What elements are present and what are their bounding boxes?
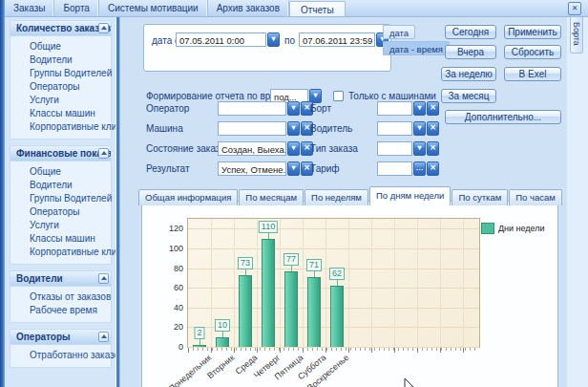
bar-chart-plot: 0204060801001202Понедельник10Вторник73Ср… <box>187 218 480 348</box>
report-tab[interactable]: Общая информация <box>138 189 238 205</box>
filter-combo-0-field[interactable] <box>218 101 286 116</box>
button-today[interactable]: Сегодня <box>445 25 496 39</box>
filter-combo-0[interactable]: ▾✕ <box>218 101 313 116</box>
chart-bar[interactable] <box>330 286 344 347</box>
sidebar-item[interactable]: Общие <box>10 40 111 54</box>
sidebar-group-header[interactable]: Операторы <box>10 330 111 345</box>
filter-combo-3-field[interactable] <box>377 121 412 136</box>
button-yesterday[interactable]: Вчера <box>445 45 496 59</box>
date-mode-tab-datetime[interactable]: дата - время <box>383 41 450 55</box>
sidebar-group-header[interactable]: Финансовые показатели <box>10 146 111 161</box>
only-with-cars-checkbox[interactable] <box>333 91 344 101</box>
report-tab[interactable]: По неделям <box>304 189 368 205</box>
chart-bar[interactable] <box>262 239 275 347</box>
report-tab[interactable]: По месяцам <box>239 189 304 205</box>
sidebar-item[interactable]: Группы Водителей <box>10 192 111 205</box>
top-menu-bar: ЗаказыБортаСистемы мотивацииАрхив заказо… <box>5 0 588 17</box>
chart-bar[interactable] <box>239 275 252 347</box>
sidebar-item[interactable]: Группы Водителей <box>10 67 111 80</box>
sidebar-item[interactable]: Операторы <box>10 205 111 219</box>
chart-bar[interactable] <box>216 337 229 347</box>
menu-tab[interactable]: Системы мотивации <box>99 0 208 16</box>
filter-combo-1-field[interactable] <box>377 101 412 116</box>
collapse-button[interactable] <box>98 23 109 33</box>
menu-tab[interactable]: Заказы <box>5 0 54 16</box>
sidebar-group-header[interactable]: Количество заказов <box>10 21 111 36</box>
filter-combo-2-field[interactable] <box>218 121 286 136</box>
date-from-combo-field[interactable]: 07.05.2011 0:00 <box>176 32 266 47</box>
filter-combo-6-field[interactable]: Успех, Отмене... <box>218 161 286 176</box>
sidebar-item[interactable]: Рабочее время <box>10 304 111 317</box>
menu-tab-active[interactable]: Отчеты <box>289 1 346 16</box>
sidebar-item[interactable]: Водители <box>10 179 111 192</box>
button-reset[interactable]: Сбросить <box>504 45 561 59</box>
filter-combo-4[interactable]: Создан, Выеха...▾✕ <box>218 141 313 156</box>
dropdown-icon[interactable]: ▾ <box>267 32 280 47</box>
sidebar-item[interactable]: Отказы от заказов <box>10 290 111 304</box>
sidebar-item[interactable]: Корпоративные клиенты <box>10 246 111 259</box>
dropdown-icon[interactable]: ▾ <box>413 141 426 156</box>
ellipsis-icon[interactable]: … <box>413 161 426 176</box>
report-tab[interactable]: По суткам <box>452 189 508 205</box>
filter-combo-7-field[interactable] <box>377 161 412 176</box>
dropdown-icon[interactable]: ▾ <box>287 161 300 176</box>
panel-pin-icon[interactable]: ✕ <box>568 2 581 15</box>
dropdown-icon[interactable]: ▾ <box>287 121 300 136</box>
button-more[interactable]: Дополнительно... <box>445 110 561 124</box>
sidebar-group-header[interactable]: Водители <box>10 271 111 287</box>
clear-icon[interactable]: ✕ <box>427 161 439 176</box>
button-week[interactable]: За неделю <box>441 67 496 81</box>
filter-combo-3[interactable]: ▾✕ <box>377 121 439 136</box>
filter-combo-5[interactable]: ▾✕ <box>377 141 439 156</box>
collapse-button[interactable] <box>98 332 109 342</box>
date-from-combo[interactable]: 07.05.2011 0:00▾ <box>176 32 280 47</box>
collapse-button[interactable] <box>98 148 109 159</box>
bar-value-label: 77 <box>284 253 299 266</box>
sidebar-item[interactable]: Отработанно заказов <box>10 349 111 362</box>
clear-icon[interactable]: ✕ <box>427 141 439 156</box>
sidebar-item[interactable]: Услуги <box>10 94 111 107</box>
sidebar-item[interactable]: Классы машин <box>10 107 111 120</box>
clear-icon[interactable]: ✕ <box>427 101 439 116</box>
date-to-combo-field[interactable]: 07.06.2011 23:59 <box>299 32 375 47</box>
filter-combo-2[interactable]: ▾✕ <box>218 121 313 136</box>
filter-combo-1[interactable]: ▾✕ <box>377 101 439 116</box>
sidebar-item[interactable]: Общие <box>10 165 111 179</box>
chart-bar[interactable] <box>307 277 321 347</box>
dropdown-icon[interactable]: ▾ <box>287 101 300 116</box>
filter-combo-5-field[interactable] <box>377 141 412 156</box>
button-apply[interactable]: Применить <box>504 25 561 39</box>
sidebar-item[interactable]: Операторы <box>10 80 111 94</box>
button-excel[interactable]: В Exel <box>504 67 561 81</box>
sidebar-item[interactable]: Корпоративные клиенты <box>10 120 111 134</box>
sidebar-item[interactable]: Водители <box>10 54 111 67</box>
x-gridline <box>211 219 212 347</box>
menu-tab[interactable]: Борта <box>54 0 99 16</box>
date-to-combo[interactable]: 07.06.2011 23:59▾ <box>299 32 388 47</box>
report-tab[interactable]: По часам <box>509 189 562 205</box>
dropdown-icon[interactable]: ▾ <box>413 101 426 116</box>
sidebar-item[interactable]: Классы машин <box>10 232 111 246</box>
menu-tab[interactable]: Архив заказов <box>208 0 289 16</box>
only-with-cars-label: Только с машинами <box>348 91 436 101</box>
sidebar-item[interactable]: Услуги <box>10 219 111 232</box>
filter-combo-4-field[interactable]: Создан, Выеха... <box>218 141 286 156</box>
collapse-button[interactable] <box>98 273 109 284</box>
dropdown-icon[interactable]: ▾ <box>287 141 300 156</box>
value-connector <box>245 269 246 275</box>
dropdown-icon[interactable]: ▾ <box>413 121 426 136</box>
sidebar-splitter[interactable] <box>116 16 123 387</box>
filter-combo-7[interactable]: …✕ <box>377 161 439 176</box>
chart-bar[interactable] <box>284 271 298 347</box>
date-mode-tab-date[interactable]: дата <box>383 25 415 39</box>
mouse-cursor <box>404 378 415 387</box>
main-content: дата с по 07.05.2011 0:00▾07.06.2011 23:… <box>123 16 567 387</box>
report-tabs: Общая информацияПо месяцамПо неделямПо д… <box>138 186 563 205</box>
report-tab[interactable]: По дням недели <box>369 186 452 205</box>
filter-combo-6[interactable]: Успех, Отмене...▾✕ <box>218 161 313 176</box>
x-gridline <box>303 219 304 347</box>
right-vertical-tab[interactable]: Борта <box>570 15 583 54</box>
clear-icon[interactable]: ✕ <box>427 121 439 136</box>
chart-bar[interactable] <box>193 345 206 347</box>
button-month[interactable]: За месяц <box>441 89 496 103</box>
